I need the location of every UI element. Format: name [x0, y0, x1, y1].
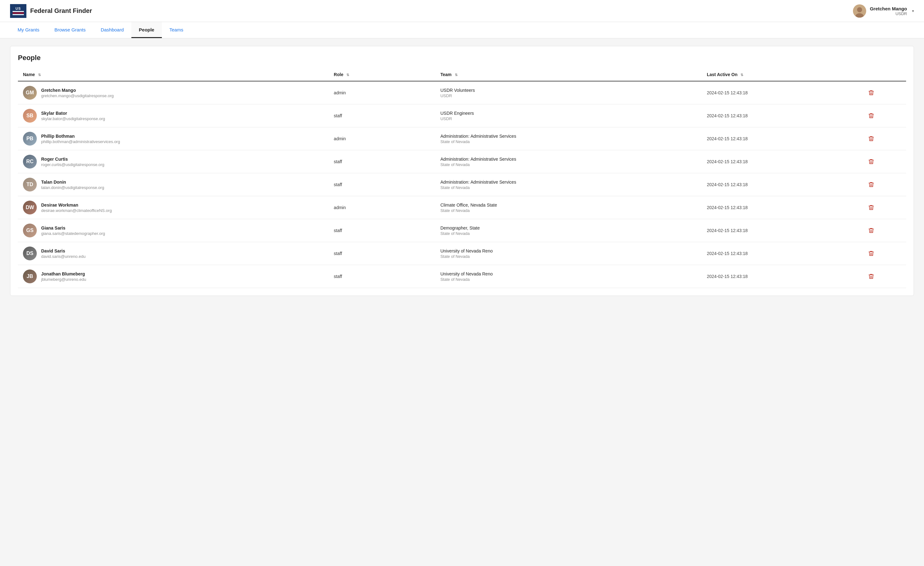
person-name-2: Phillip Bothman — [41, 134, 120, 139]
cell-role-1: staff — [329, 104, 435, 128]
logo-container: US Federal Grant Finder — [10, 4, 92, 18]
table-row: GS Giana Saris giana.saris@statedemograp… — [18, 219, 906, 242]
person-name-1: Skylar Bator — [41, 111, 105, 116]
logo-text: US — [15, 7, 21, 11]
person-email-1: skylar.bator@usdigitalresponse.org — [41, 116, 105, 121]
col-header-last-active[interactable]: Last Active On ⇅ — [702, 68, 862, 81]
person-avatar-1: SB — [23, 109, 37, 123]
cell-name-1: SB Skylar Bator skylar.bator@usdigitalre… — [18, 104, 329, 128]
cell-name-4: TD Talan Donin talan.donin@usdigitalresp… — [18, 173, 329, 196]
person-avatar-0: GM — [23, 86, 37, 100]
cell-role-0: admin — [329, 81, 435, 104]
user-org: USDR — [870, 11, 907, 16]
logo-stripe-3 — [13, 14, 24, 15]
col-header-role[interactable]: Role ⇅ — [329, 68, 435, 81]
delete-button-5[interactable] — [867, 203, 876, 212]
cell-action-5 — [862, 196, 906, 219]
person-name-7: David Saris — [41, 248, 86, 254]
delete-button-4[interactable] — [867, 180, 876, 189]
cell-role-5: admin — [329, 196, 435, 219]
cell-last-active-8: 2024-02-15 12:43:18 — [702, 265, 862, 288]
person-email-3: roger.curtis@usdigitalresponse.org — [41, 162, 104, 167]
people-card: People Name ⇅ Role ⇅ Team ⇅ — [10, 46, 914, 296]
cell-name-2: PB Phillip Bothman phillip.bothman@admin… — [18, 128, 329, 150]
cell-action-7 — [862, 242, 906, 265]
person-avatar-3: RC — [23, 155, 37, 168]
delete-button-2[interactable] — [867, 134, 876, 143]
person-name-5: Desirae Workman — [41, 203, 112, 207]
person-avatar-5: DW — [23, 201, 37, 215]
delete-button-6[interactable] — [867, 226, 876, 235]
person-name-3: Roger Curtis — [41, 156, 104, 162]
cell-name-3: RC Roger Curtis roger.curtis@usdigitalre… — [18, 150, 329, 173]
table-header: Name ⇅ Role ⇅ Team ⇅ Last Active On ⇅ — [18, 68, 906, 81]
svg-point-1 — [857, 7, 862, 12]
cell-action-4 — [862, 173, 906, 196]
cell-last-active-6: 2024-02-15 12:43:18 — [702, 219, 862, 242]
logo-box: US — [10, 4, 26, 18]
user-name: Gretchen Mango — [870, 6, 907, 11]
header-right[interactable]: Gretchen Mango USDR ▾ — [853, 5, 914, 18]
cell-role-3: staff — [329, 150, 435, 173]
table-row: JB Jonathan Blumeberg jblumeberg@unreno.… — [18, 265, 906, 288]
sort-name-icon: ⇅ — [38, 73, 41, 77]
table-row: DS David Saris david.saris@unreno.edu st… — [18, 242, 906, 265]
cell-name-8: JB Jonathan Blumeberg jblumeberg@unreno.… — [18, 265, 329, 288]
header-left: US Federal Grant Finder — [10, 4, 92, 18]
cell-last-active-5: 2024-02-15 12:43:18 — [702, 196, 862, 219]
delete-button-3[interactable] — [867, 157, 876, 166]
delete-button-8[interactable] — [867, 272, 876, 281]
cell-team-3: Administration: Administrative Services … — [435, 150, 702, 173]
people-table: Name ⇅ Role ⇅ Team ⇅ Last Active On ⇅ — [18, 68, 906, 288]
nav-dashboard[interactable]: Dashboard — [93, 22, 131, 38]
delete-button-7[interactable] — [867, 249, 876, 258]
person-email-4: talan.donin@usdigitalresponse.org — [41, 185, 104, 190]
col-header-action — [862, 68, 906, 81]
person-email-7: david.saris@unreno.edu — [41, 254, 86, 259]
person-email-0: gretchen.mango@usdigitalresponse.org — [41, 93, 114, 98]
cell-action-1 — [862, 104, 906, 128]
cell-role-2: admin — [329, 128, 435, 150]
person-avatar-6: GS — [23, 224, 37, 237]
cell-last-active-1: 2024-02-15 12:43:18 — [702, 104, 862, 128]
logo-stripe-2 — [13, 13, 24, 14]
person-email-2: phillip.bothman@administrativeservices.o… — [41, 139, 120, 144]
person-email-6: giana.saris@statedemographer.org — [41, 231, 105, 236]
logo-stripe-1 — [13, 11, 24, 12]
table-row: PB Phillip Bothman phillip.bothman@admin… — [18, 128, 906, 150]
cell-role-7: staff — [329, 242, 435, 265]
main-nav: My Grants Browse Grants Dashboard People… — [0, 22, 924, 38]
cell-name-7: DS David Saris david.saris@unreno.edu — [18, 242, 329, 265]
main-content: People Name ⇅ Role ⇅ Team ⇅ — [0, 38, 924, 303]
person-avatar-7: DS — [23, 246, 37, 260]
sort-last-active-icon: ⇅ — [741, 73, 743, 77]
cell-team-8: University of Nevada Reno State of Nevad… — [435, 265, 702, 288]
cell-last-active-7: 2024-02-15 12:43:18 — [702, 242, 862, 265]
nav-browse-grants[interactable]: Browse Grants — [47, 22, 93, 38]
person-avatar-2: PB — [23, 132, 37, 146]
user-dropdown-icon[interactable]: ▾ — [912, 9, 914, 13]
cell-team-7: University of Nevada Reno State of Nevad… — [435, 242, 702, 265]
delete-button-0[interactable] — [867, 89, 876, 97]
delete-button-1[interactable] — [867, 111, 876, 120]
table-body: GM Gretchen Mango gretchen.mango@usdigit… — [18, 81, 906, 288]
cell-last-active-0: 2024-02-15 12:43:18 — [702, 81, 862, 104]
cell-team-6: Demographer, State State of Nevada — [435, 219, 702, 242]
cell-last-active-2: 2024-02-15 12:43:18 — [702, 128, 862, 150]
cell-team-0: USDR Volunteers USDR — [435, 81, 702, 104]
nav-my-grants[interactable]: My Grants — [10, 22, 47, 38]
avatar — [853, 5, 866, 18]
person-name-6: Giana Saris — [41, 225, 105, 230]
person-avatar-8: JB — [23, 269, 37, 283]
cell-role-8: staff — [329, 265, 435, 288]
nav-teams[interactable]: Teams — [162, 22, 191, 38]
nav-people[interactable]: People — [131, 22, 162, 38]
col-header-team[interactable]: Team ⇅ — [435, 68, 702, 81]
user-info: Gretchen Mango USDR — [870, 6, 907, 16]
cell-action-8 — [862, 265, 906, 288]
table-row: TD Talan Donin talan.donin@usdigitalresp… — [18, 173, 906, 196]
cell-action-0 — [862, 81, 906, 104]
table-row: RC Roger Curtis roger.curtis@usdigitalre… — [18, 150, 906, 173]
person-email-8: jblumeberg@unreno.edu — [41, 277, 86, 282]
col-header-name[interactable]: Name ⇅ — [18, 68, 329, 81]
